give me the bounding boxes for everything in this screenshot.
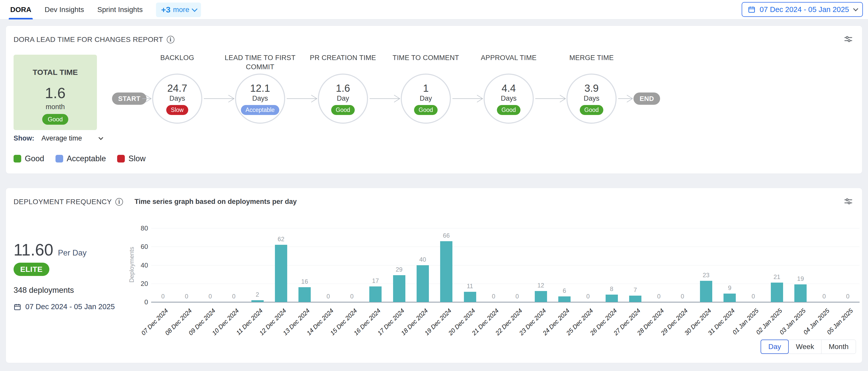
stage-badge: Good: [580, 105, 603, 115]
bar-16-Dec-2024[interactable]: [369, 286, 381, 302]
bar-value-label: 66: [435, 232, 458, 239]
filter-sliders-icon[interactable]: [844, 197, 853, 206]
filter-sliders-icon[interactable]: [844, 34, 853, 44]
stage-node-backlog: 24.7DaysSlow: [152, 74, 202, 124]
stage-value: 3.9: [584, 82, 599, 94]
bar-value-label: 0: [317, 293, 340, 300]
bar-19-Dec-2024[interactable]: [440, 241, 453, 302]
bar-value-label: 0: [647, 293, 670, 300]
calendar-icon: [13, 303, 21, 311]
status-legend: GoodAcceptableSlow: [13, 154, 146, 163]
stage-name: BACKLOG: [136, 54, 219, 63]
bar-20-Dec-2024[interactable]: [464, 292, 476, 302]
stage-unit: Days: [252, 95, 268, 102]
stage-value: 12.1: [250, 82, 270, 94]
bar-value-label: 62: [270, 236, 292, 243]
bar-value-label: 0: [742, 293, 765, 300]
stage-value: 4.4: [501, 82, 516, 94]
legend-item-acceptable: Acceptable: [56, 154, 106, 163]
stage-node-lead-time-to-first-commit: 12.1DaysAcceptable: [235, 74, 285, 124]
gridline-80: [151, 228, 860, 229]
bar-13-Dec-2024[interactable]: [299, 287, 311, 302]
y-tick-40: 40: [130, 261, 148, 269]
rate-unit: Per Day: [58, 248, 87, 258]
stage-node-merge-time: 3.9DaysGood: [566, 74, 617, 124]
tab-dev-insights[interactable]: Dev Insights: [44, 0, 84, 20]
info-icon[interactable]: i: [115, 198, 123, 206]
show-value: Average time: [41, 134, 82, 142]
bar-value-label: 23: [694, 272, 718, 279]
stage-badge: Good: [331, 105, 355, 115]
bar-value-label: 16: [293, 278, 316, 285]
bar-11-Dec-2024[interactable]: [251, 300, 264, 302]
bar-value-label: 0: [671, 293, 694, 300]
show-metric-dropdown[interactable]: Show: Average time: [13, 134, 102, 142]
pipeline-start-badge: START: [112, 93, 147, 105]
calendar-icon: [748, 6, 755, 13]
stage-node-approval-time: 4.4DaysGood: [484, 74, 534, 124]
bar-30-Dec-2024[interactable]: [700, 281, 712, 302]
granularity-day-button[interactable]: Day: [761, 340, 789, 354]
bar-value-label: 11: [459, 282, 482, 290]
deployment-frequency-card: DEPLOYMENT FREQUENCY i Time series graph…: [6, 188, 862, 363]
chevron-down-icon: [98, 135, 103, 140]
stage-name: PR CREATION TIME: [302, 54, 384, 63]
legend-label: Acceptable: [67, 154, 106, 163]
gridline-60: [151, 246, 860, 247]
bar-value-label: 0: [175, 293, 198, 300]
stage-unit: Days: [169, 95, 185, 102]
granularity-month-button[interactable]: Month: [821, 340, 856, 354]
bar-12-Dec-2024[interactable]: [275, 245, 287, 302]
legend-label: Slow: [128, 154, 146, 163]
deployment-rate: 11.60 Per Day: [13, 240, 87, 259]
bar-17-Dec-2024[interactable]: [393, 275, 405, 302]
deployments-count: 348 deployments: [13, 286, 74, 295]
bar-value-label: 0: [577, 293, 599, 300]
bar-23-Dec-2024[interactable]: [535, 291, 547, 302]
bar-value-label: 6: [553, 287, 576, 294]
bar-18-Dec-2024[interactable]: [416, 265, 429, 302]
granularity-week-button[interactable]: Week: [788, 340, 822, 354]
legend-item-good: Good: [13, 154, 44, 163]
bar-24-Dec-2024[interactable]: [558, 296, 570, 302]
pipeline-end-badge: END: [633, 93, 660, 105]
bar-27-Dec-2024[interactable]: [629, 296, 642, 302]
total-time-value: 1.6: [13, 84, 97, 101]
bar-03-Jan-2025[interactable]: [794, 284, 807, 302]
flow-arrow: [453, 94, 483, 103]
chevron-down-icon: [192, 6, 198, 12]
stage-node-pr-creation-time: 1.6DayGood: [318, 74, 368, 124]
y-tick-0: 0: [130, 298, 148, 306]
bar-value-label: 0: [340, 293, 364, 300]
info-icon[interactable]: i: [167, 36, 175, 43]
top-navigation-bar: DORADev InsightsSprint Insights+3more 07…: [0, 0, 868, 20]
y-tick-80: 80: [130, 224, 148, 232]
tab-dora[interactable]: DORA: [10, 0, 31, 20]
stage-name: APPROVAL TIME: [467, 54, 550, 63]
flow-arrow: [204, 94, 234, 103]
gridline-40: [151, 265, 860, 266]
date-range-label: 07 Dec 2024 - 05 Jan 2025: [760, 5, 849, 14]
stage-unit: Day: [420, 95, 432, 102]
total-time-label: TOTAL TIME: [13, 68, 97, 77]
date-range-picker[interactable]: 07 Dec 2024 - 05 Jan 2025: [742, 2, 863, 17]
more-label: more: [173, 6, 189, 14]
tab-sprint-insights[interactable]: Sprint Insights: [97, 0, 143, 20]
bar-value-label: 40: [411, 256, 434, 263]
flow-arrow: [142, 94, 151, 103]
legend-swatch: [13, 155, 21, 163]
bar-02-Jan-2025[interactable]: [771, 282, 783, 302]
flow-arrow: [618, 94, 632, 103]
bar-31-Dec-2024[interactable]: [723, 294, 736, 302]
chart-title: Time series graph based on deployments p…: [134, 198, 297, 206]
deployment-date-range-label: 07 Dec 2024 - 05 Jan 2025: [25, 303, 115, 311]
legend-item-slow: Slow: [117, 154, 146, 163]
flow-arrow: [535, 94, 565, 103]
legend-swatch: [117, 155, 125, 163]
bar-value-label: 8: [600, 285, 623, 293]
more-tabs-button[interactable]: +3more: [156, 3, 201, 17]
bar-value-label: 21: [766, 273, 788, 280]
bar-26-Dec-2024[interactable]: [606, 295, 618, 302]
rate-value: 11.60: [13, 240, 53, 259]
stage-value: 24.7: [167, 82, 187, 94]
